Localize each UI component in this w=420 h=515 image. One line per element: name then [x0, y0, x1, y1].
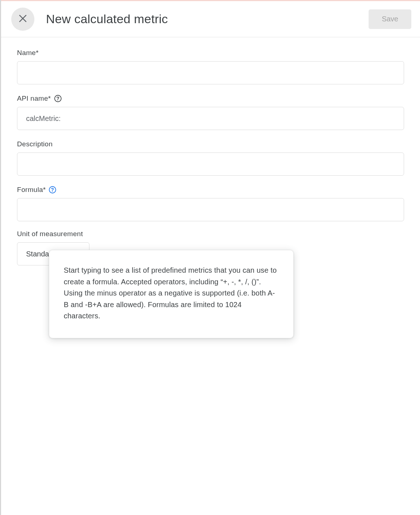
label-description: Description	[17, 140, 404, 148]
label-formula: Formula* ?	[17, 186, 404, 194]
name-input[interactable]	[17, 61, 404, 84]
close-button[interactable]	[11, 8, 34, 31]
field-api-name: API name* ?	[17, 95, 404, 130]
label-unit-text: Unit of measurement	[17, 230, 83, 238]
formula-tooltip-text: Start typing to see a list of predefined…	[64, 266, 277, 320]
label-description-text: Description	[17, 140, 52, 148]
field-formula: Formula* ?	[17, 186, 404, 221]
page: New calculated metric Save Name* API nam…	[0, 0, 420, 515]
label-unit: Unit of measurement	[17, 230, 404, 238]
label-name-text: Name*	[17, 49, 39, 57]
api-name-input[interactable]	[17, 107, 404, 130]
help-icon[interactable]: ?	[54, 95, 62, 102]
form-area: Name* API name* ? Description	[1, 37, 420, 515]
field-description: Description	[17, 140, 404, 176]
svg-text:?: ?	[56, 96, 59, 101]
label-api-name-text: API name*	[17, 95, 51, 102]
label-formula-text: Formula*	[17, 186, 46, 194]
save-button[interactable]: Save	[369, 9, 411, 29]
help-icon[interactable]: ?	[49, 186, 56, 194]
description-input[interactable]	[17, 152, 404, 176]
dialog-title: New calculated metric	[46, 12, 168, 26]
dialog-header: New calculated metric Save	[1, 1, 420, 37]
field-name: Name*	[17, 49, 404, 84]
label-name: Name*	[17, 49, 404, 57]
formula-input[interactable]	[17, 198, 404, 221]
label-api-name: API name* ?	[17, 95, 404, 102]
close-icon	[18, 14, 28, 25]
formula-tooltip: Start typing to see a list of predefined…	[49, 250, 294, 338]
svg-text:?: ?	[51, 187, 54, 193]
